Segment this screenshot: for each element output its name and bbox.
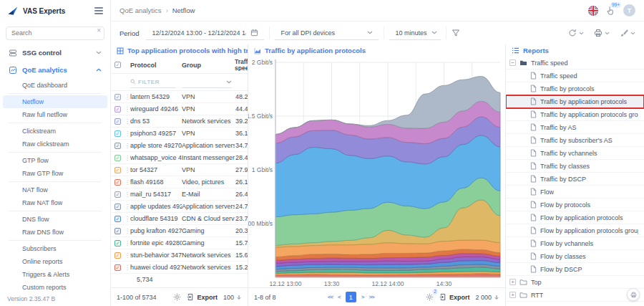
tree-item-flow-by-application-protocols-groups[interactable]: Flow by application protocols groups bbox=[506, 224, 644, 237]
filter-funnel-icon[interactable] bbox=[452, 29, 460, 37]
drag-handle-icon[interactable]: ⋮ bbox=[125, 143, 130, 149]
prev-page-button[interactable]: < bbox=[338, 294, 341, 300]
tree-item-flow-by-classes[interactable]: Flow by classes bbox=[506, 250, 644, 263]
row-checkbox[interactable]: ✓ bbox=[114, 204, 121, 210]
chart-export-button[interactable]: Export bbox=[439, 293, 470, 301]
table-row-wireguard-49246[interactable]: ✓⋮wireguard 49246VPN44.4 bbox=[111, 103, 248, 115]
tree-item-flow-by-vchannels[interactable]: Flow by vchannels bbox=[506, 237, 644, 250]
table-row-dns-53[interactable]: ✓⋮dns 53Network services39.2 bbox=[111, 115, 248, 128]
tree-item-traffic-by-application-protocols-groups[interactable]: Traffic by application protocols groups bbox=[506, 108, 644, 121]
sidebar-item-gtp-flow[interactable]: GTP flow bbox=[0, 154, 110, 167]
table-row-flash-49168[interactable]: ✓⋮flash 49168Video, pictures26.1 bbox=[111, 176, 248, 188]
drag-handle-icon[interactable]: ⋮ bbox=[125, 216, 130, 222]
row-checkbox[interactable]: ✓ bbox=[114, 191, 121, 198]
row-checkbox[interactable]: ✓ bbox=[114, 118, 121, 125]
row-checkbox[interactable]: ✓ bbox=[114, 240, 121, 247]
sidebar-item-subscribers[interactable]: Subscribers bbox=[0, 242, 110, 255]
row-checkbox[interactable]: ✓ bbox=[114, 179, 121, 186]
period-range-input[interactable]: 12/12/2024 13:00 - 12/12/2024 14:59 bbox=[146, 26, 264, 40]
sidebar-item-triggers-alerts[interactable]: Triggers & Alerts bbox=[0, 268, 110, 281]
first-page-button[interactable]: << bbox=[328, 294, 333, 300]
tree-folder-rtt[interactable]: +RTT bbox=[506, 289, 644, 302]
notifications-button[interactable]: 99+ bbox=[606, 6, 615, 15]
row-checkbox[interactable]: ✓ bbox=[114, 228, 121, 234]
tree-item-traffic-by-protocols[interactable]: Traffic by protocols bbox=[506, 82, 644, 95]
interval-select[interactable]: 10 minutes bbox=[389, 26, 441, 40]
row-checkbox[interactable]: ✓ bbox=[114, 252, 121, 259]
tree-item-traffic-by-as[interactable]: Traffic by AS bbox=[506, 121, 644, 134]
row-checkbox[interactable]: ✓ bbox=[114, 155, 121, 161]
tree-folder-top[interactable]: +Top bbox=[506, 276, 644, 289]
sidebar-item-raw-gtp-flow[interactable]: Raw GTP flow bbox=[0, 167, 110, 180]
sidebar-group-ssg-control[interactable]: SSG control bbox=[0, 44, 110, 62]
table-row-fortnite-epic-49280[interactable]: ✓⋮fortnite epic 49280Gaming15.7 bbox=[111, 237, 248, 249]
tree-expand-toggle[interactable]: + bbox=[509, 292, 516, 298]
table-settings-button[interactable] bbox=[173, 293, 181, 301]
style-menu-button[interactable] bbox=[620, 29, 635, 37]
row-checkbox[interactable]: ✓ bbox=[114, 94, 121, 100]
table-row-psiphon3-49257[interactable]: ✓⋮psiphon3 49257VPN36.1 bbox=[111, 128, 248, 140]
drag-handle-icon[interactable]: ⋮ bbox=[125, 228, 130, 234]
drag-handle-icon[interactable]: ⋮ bbox=[125, 179, 130, 186]
tree-item-flow-by-protocols[interactable]: Flow by protocols bbox=[506, 199, 644, 211]
table-row-huawei-cloud-49276[interactable]: ✓⋮huawei cloud 49276Network services15.2 bbox=[111, 262, 248, 274]
hamburger-menu-icon[interactable] bbox=[94, 7, 103, 14]
tree-expand-toggle[interactable]: + bbox=[509, 279, 516, 285]
tree-item-traffic-speed[interactable]: Traffic speed bbox=[506, 70, 644, 82]
sidebar-group-qoe-analytics[interactable]: QoE analytics bbox=[0, 62, 110, 79]
column-group[interactable]: Group bbox=[182, 62, 235, 69]
column-traffic-speed[interactable]: Traffic speed bbox=[235, 59, 248, 71]
sidebar-item-netflow[interactable]: Netflow bbox=[3, 95, 107, 108]
table-row-apple-updates-49272[interactable]: ✓⋮apple updates 49272Application servers… bbox=[111, 201, 248, 213]
language-flag-icon[interactable] bbox=[588, 6, 598, 16]
sidebar-item-clickstream[interactable]: Clickstream bbox=[0, 125, 110, 138]
tree-item-flow-by-application-protocols[interactable]: Flow by application protocols bbox=[506, 211, 644, 224]
floating-print-button[interactable] bbox=[627, 288, 640, 301]
calendar-icon[interactable] bbox=[250, 29, 258, 37]
sidebar-item-nat-flow[interactable]: NAT flow bbox=[0, 183, 110, 196]
drag-handle-icon[interactable]: ⋮ bbox=[125, 240, 130, 247]
tree-folder-traffic-speed[interactable]: −Traffic speed bbox=[506, 57, 644, 70]
sidebar-item-raw-clickstream[interactable]: Raw clickstream bbox=[0, 138, 110, 150]
drag-handle-icon[interactable]: ⋮ bbox=[125, 155, 130, 161]
current-page-button[interactable]: 1 bbox=[346, 292, 356, 302]
table-row-lantern-54329[interactable]: ✓⋮lantern 54329VPN48.2 bbox=[111, 91, 248, 103]
table-row-mail-ru-54317[interactable]: ✓⋮mail_ru 54317E-Mail26.4 bbox=[111, 188, 248, 201]
protocol-filter-input[interactable]: FILTER bbox=[130, 77, 176, 88]
drag-handle-icon[interactable]: ⋮ bbox=[125, 167, 130, 173]
sidebar-item-custom-reports[interactable]: Custom reports bbox=[0, 281, 110, 294]
tree-collapse-toggle[interactable]: − bbox=[509, 59, 516, 66]
row-checkbox[interactable]: ✓ bbox=[114, 130, 121, 137]
drag-handle-icon[interactable]: ⋮ bbox=[125, 118, 130, 125]
print-menu-button[interactable] bbox=[594, 29, 610, 37]
row-checkbox[interactable]: ✓ bbox=[114, 143, 121, 149]
chart-settings-button[interactable]: 2 bbox=[426, 293, 434, 301]
select-all-checkbox[interactable]: ✓ bbox=[114, 62, 121, 68]
next-page-button[interactable]: > bbox=[361, 294, 364, 300]
last-page-button[interactable]: >> bbox=[369, 294, 374, 300]
user-avatar[interactable]: T bbox=[623, 4, 635, 16]
breadcrumb-section[interactable]: QoE analytics bbox=[119, 6, 162, 14]
drag-handle-icon[interactable]: ⋮ bbox=[125, 106, 130, 113]
column-protocol[interactable]: Protocol bbox=[130, 62, 182, 69]
chart-page-size-select[interactable]: 2 000 bbox=[475, 294, 499, 301]
sidebar-item-raw-nat-flow[interactable]: Raw NAT flow bbox=[0, 196, 110, 209]
search-input[interactable] bbox=[6, 27, 104, 40]
drag-handle-icon[interactable]: ⋮ bbox=[125, 264, 130, 271]
tree-item-traffic-by-subscriber-s-as[interactable]: Traffic by subscriber's AS bbox=[506, 134, 644, 147]
sidebar-item-raw-full-netflow[interactable]: Raw full netflow bbox=[0, 108, 110, 121]
drag-handle-icon[interactable]: ⋮ bbox=[125, 204, 130, 210]
group-filter-select[interactable] bbox=[182, 77, 232, 88]
table-row-apple-store-49270[interactable]: ✓⋮apple store 49270Application servers34… bbox=[111, 140, 248, 152]
row-checkbox[interactable]: ✓ bbox=[114, 106, 121, 113]
drag-handle-icon[interactable]: ⋮ bbox=[125, 252, 130, 259]
refresh-button[interactable] bbox=[568, 29, 584, 37]
traffic-chart[interactable]: 500 Mbit/s1 Gbit/s1.5 Gbit/s2 Gbit/s12.1… bbox=[248, 57, 506, 287]
table-export-button[interactable]: Export bbox=[187, 293, 218, 301]
drag-handle-icon[interactable]: ⋮ bbox=[125, 130, 130, 137]
table-row-pubg-krafton-49278[interactable]: ✓⋮pubg krafton 49278Gaming20.3 bbox=[111, 225, 248, 237]
drag-handle-icon[interactable]: ⋮ bbox=[125, 191, 130, 198]
tree-item-flow-by-dscp[interactable]: Flow by DSCP bbox=[506, 263, 644, 276]
tree-item-traffic-by-application-protocols[interactable]: Traffic by application protocols bbox=[506, 95, 644, 108]
sidebar-item-dns-flow[interactable]: DNS flow bbox=[0, 213, 110, 226]
